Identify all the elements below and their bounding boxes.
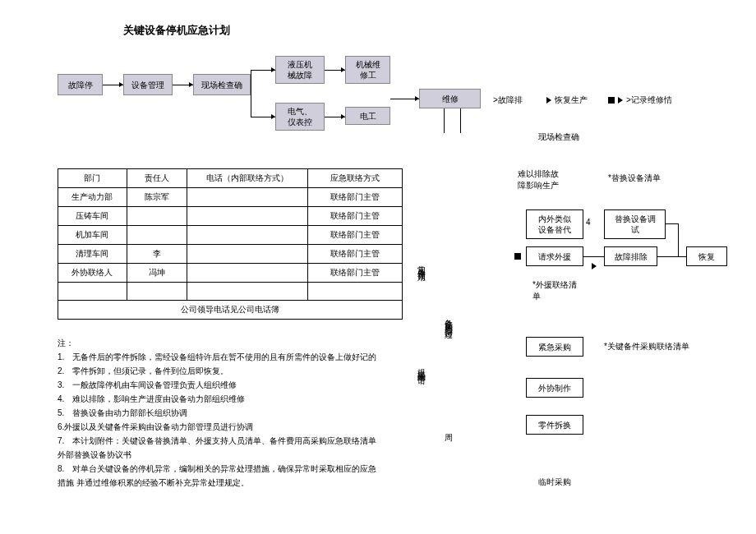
note-item: 措施 并通过维修积累的经验不断补充异常处理规定。 xyxy=(58,476,411,490)
vcol-purchase-req: 提出采购申请 xyxy=(415,361,426,371)
contact-table: 部门 责任人 电话（内部联络方式） 应急联络方式 生产动力部陈宗军联络部门主管 … xyxy=(58,168,403,320)
table-row: 生产动力部陈宗军联络部门主管 xyxy=(58,188,403,207)
notes-header: 注： xyxy=(58,337,411,350)
note-item: 7. 本计划附件：关键设备替换清单、外援支持人员清单、备件费用高采购应急联络清单 xyxy=(58,435,411,448)
rbox-recover: 恢复 xyxy=(686,246,727,266)
flow-onsite-check: 现场检查确 xyxy=(193,74,251,95)
table-row: 清理车间李联络部门主管 xyxy=(58,245,403,264)
flow-fault-stop: 故障停 xyxy=(58,74,103,95)
note-item: 3. 一般故障停机由车间设备管理负责人组织维修 xyxy=(58,379,411,392)
table-row: 机加车间联络部门主管 xyxy=(58,226,403,245)
flow-repair: 维修 xyxy=(419,89,481,108)
th-emergency: 应急联络方式 xyxy=(307,169,402,188)
side-replace-list: *替换设备清单 xyxy=(608,173,661,184)
rbox-request-help: 请求外援 xyxy=(526,246,583,266)
flow-electrician: 电工 xyxy=(345,107,390,125)
side-hard-remove: 难以排除故 障影响生产 xyxy=(518,168,559,191)
note-item: 2. 零件拆卸，但须记录，备件到位后即恢复。 xyxy=(58,365,411,378)
rbox-part-swap: 零件拆换 xyxy=(526,415,583,435)
legend-resume: 恢复生产 xyxy=(546,94,588,106)
th-dept: 部门 xyxy=(58,169,127,188)
notes-block: 注： 1. 无备件后的零件拆除，需经设备组特许后在暂不使用的且有所需件的设备上做… xyxy=(58,337,411,490)
rbox-urgent-buy: 紧急采购 xyxy=(526,337,583,357)
rbox-fault-clear: 故障排除 xyxy=(604,246,657,266)
th-phone: 电话（内部联络方式） xyxy=(187,169,308,188)
note-item: 8. 对单台关键设备的停机异常，编制相关的异常处理措施，确保异常时采取相应的应急 xyxy=(58,463,411,476)
rbox-outsource-make: 外协制作 xyxy=(526,378,583,398)
vcol-purchase-cycle: 备件采购周期超过 xyxy=(442,312,454,325)
note-item: 6.外援以及关键备件采购由设备动力部管理员进行协调 xyxy=(58,421,411,434)
table-header-row: 部门 责任人 电话（内部联络方式） 应急联络方式 xyxy=(58,169,403,188)
vcol-spare-parts: 常用备件领用 xyxy=(415,259,426,269)
table-footer-row: 公司领导电话见公司电话簿 xyxy=(58,301,403,320)
table-row xyxy=(58,283,403,301)
rbox-num-4: 4 xyxy=(586,218,591,227)
note-item: 1. 无备件后的零件拆除，需经设备组特许后在暂不使用的且有所需件的设备上做好记的 xyxy=(58,351,411,364)
page-title: 关键设备停机应急计划 xyxy=(123,23,230,38)
note-item: 外部替换设备协议书 xyxy=(58,449,411,462)
legend-record: >记录维修情 xyxy=(608,94,672,106)
rlabel-temp-buy: 临时采购 xyxy=(538,476,571,488)
rbox-similar-equip: 内外类似 设备替代 xyxy=(526,209,583,239)
table-row: 外协联络人冯坤联络部门主管 xyxy=(58,264,403,283)
flow-mech-repair: 机械维 修工 xyxy=(345,56,390,84)
table-row: 压铸车间联络部门主管 xyxy=(58,207,403,226)
vcol-week: 周 xyxy=(442,427,454,429)
side-onsite-check: 现场检查确 xyxy=(538,131,579,143)
rlabel-help-list: *外援联络清 单 xyxy=(532,279,577,302)
black-square-icon xyxy=(514,253,521,260)
rbox-replace-debug: 替换设备调 试 xyxy=(604,209,666,239)
flow-hydraulic: 液压机 械故障 xyxy=(275,56,325,84)
flow-electrical: 电气、 仪表控 xyxy=(275,103,325,131)
note-item: 5. 替换设备由动力部部长组织协调 xyxy=(58,407,411,420)
legend-fault: >故障排 xyxy=(493,94,523,106)
rlabel-key-parts-list: *关键备件采购联络清单 xyxy=(604,341,689,352)
flow-equip-mgmt: 设备管理 xyxy=(123,74,173,95)
th-person: 责任人 xyxy=(127,169,187,188)
note-item: 4. 难以排除，影响生产进度由设备动力部组织维修 xyxy=(58,393,411,406)
